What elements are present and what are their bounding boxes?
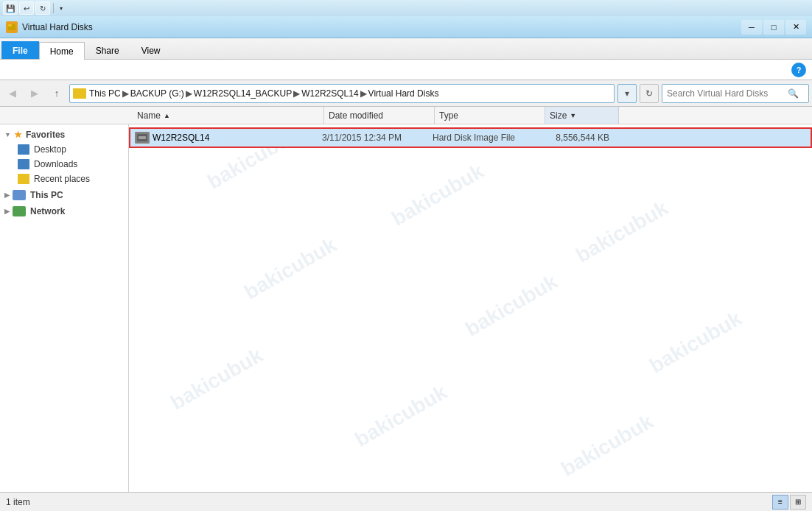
ribbon: File Home Share View: [0, 38, 812, 60]
thispc-arrow-icon: ▶: [4, 191, 10, 199]
breadcrumb-w12backup[interactable]: W12R2SQL14_BACKUP: [194, 88, 292, 99]
pc-icon: [13, 190, 26, 200]
network-icon: [13, 206, 26, 216]
file-name-cell: W12R2SQL14: [135, 132, 322, 144]
star-icon: ★: [14, 130, 22, 140]
breadcrumb-sep-1: ▶: [122, 88, 129, 99]
file-size: 8,556,544 KB: [543, 133, 617, 143]
watermark-7: bakicubuk: [167, 344, 267, 415]
address-bar-area: ◀ ▶ ↑ This PC ▶ BACKUP (G:) ▶ W12R2SQL14…: [0, 80, 812, 107]
sidebar-favorites-header[interactable]: ▼ ★ Favorites: [0, 127, 128, 142]
watermark-container: bakicubuk bakicubuk bakicubuk bakicubuk …: [129, 124, 812, 509]
breadcrumb-this-pc[interactable]: This PC: [89, 88, 121, 99]
sidebar-network-header[interactable]: ▶ Network: [0, 204, 128, 219]
watermark-4: bakicubuk: [240, 233, 340, 305]
sort-arrow-name: ▲: [164, 112, 170, 119]
large-icon-view-button[interactable]: ⊞: [790, 495, 806, 510]
forward-button[interactable]: ▶: [25, 84, 44, 103]
breadcrumb-vhd[interactable]: Virtual Hard Disks: [368, 88, 439, 99]
status-item-count: 1 item: [6, 497, 30, 507]
window-title: Virtual Hard Disks: [22, 22, 93, 32]
breadcrumb-sep-4: ▶: [360, 88, 367, 99]
col-name[interactable]: Name ▲: [133, 107, 324, 124]
title-bar: Virtual Hard Disks ─ □ ✕: [0, 16, 812, 38]
file-type: Hard Disk Image File: [433, 133, 543, 143]
window-controls: ─ □ ✕: [741, 20, 806, 35]
svg-rect-4: [139, 136, 146, 139]
redo-button[interactable]: ↻: [35, 1, 50, 15]
help-button[interactable]: ?: [791, 63, 806, 77]
close-button[interactable]: ✕: [785, 20, 806, 35]
sidebar-item-downloads[interactable]: Downloads: [0, 157, 128, 172]
folder-icon: [73, 88, 86, 99]
breadcrumb: This PC ▶ BACKUP (G:) ▶ W12R2SQL14_BACKU…: [89, 88, 611, 99]
desktop-folder-icon: [18, 144, 29, 155]
title-bar-left: Virtual Hard Disks: [6, 21, 93, 33]
address-bar[interactable]: This PC ▶ BACKUP (G:) ▶ W12R2SQL14_BACKU…: [69, 84, 615, 103]
main-layout: ▼ ★ Favorites Desktop Downloads Recent p…: [0, 124, 812, 509]
breadcrumb-sep-2: ▶: [186, 88, 192, 99]
minimize-button[interactable]: ─: [741, 20, 762, 35]
up-button[interactable]: ↑: [47, 84, 66, 103]
sidebar-thispc-header[interactable]: ▶ This PC: [0, 188, 128, 202]
col-size[interactable]: Size ▼: [545, 107, 619, 124]
undo-button[interactable]: ↩: [19, 1, 34, 15]
status-bar: 1 item ≡ ⊞: [0, 492, 812, 511]
col-date-modified[interactable]: Date modified: [324, 107, 435, 124]
watermark-2: bakicubuk: [388, 160, 488, 231]
table-row[interactable]: W12R2SQL14 3/11/2015 12:34 PM Hard Disk …: [129, 127, 812, 148]
file-list: W12R2SQL14 3/11/2015 12:34 PM Hard Disk …: [129, 124, 812, 151]
content-area: bakicubuk bakicubuk bakicubuk bakicubuk …: [129, 124, 812, 509]
toolbar-separator: [53, 3, 54, 13]
favorites-arrow-icon: ▼: [4, 131, 11, 138]
vhd-file-icon: [135, 132, 150, 144]
search-input[interactable]: [667, 88, 785, 99]
watermark-9: bakicubuk: [557, 410, 657, 482]
watermark-5: bakicubuk: [461, 270, 561, 342]
tab-share[interactable]: Share: [85, 41, 130, 59]
downloads-folder-icon: [18, 159, 29, 169]
detail-view-button[interactable]: ≡: [772, 495, 788, 510]
file-name: W12R2SQL14: [153, 133, 209, 143]
search-box: 🔍: [662, 84, 809, 103]
quick-access-dropdown[interactable]: ▾: [57, 1, 66, 15]
sidebar: ▼ ★ Favorites Desktop Downloads Recent p…: [0, 124, 129, 509]
sidebar-item-desktop[interactable]: Desktop: [0, 142, 128, 157]
tab-home[interactable]: Home: [39, 42, 85, 60]
sidebar-item-recent[interactable]: Recent places: [0, 172, 128, 186]
svg-rect-1: [8, 24, 12, 27]
search-icon[interactable]: 🔍: [788, 88, 799, 99]
sidebar-favorites-section: ▼ ★ Favorites Desktop Downloads Recent p…: [0, 127, 128, 186]
refresh-button[interactable]: ↻: [640, 84, 659, 103]
tab-view[interactable]: View: [130, 41, 172, 59]
sidebar-network-section: ▶ Network: [0, 204, 128, 219]
recent-folder-icon: [18, 174, 29, 184]
breadcrumb-sep-3: ▶: [293, 88, 300, 99]
sort-arrow-size: ▼: [570, 112, 576, 119]
tab-file[interactable]: File: [1, 41, 39, 59]
ribbon-content: ?: [0, 60, 812, 80]
col-type[interactable]: Type: [435, 107, 545, 124]
quick-access-toolbar: 💾 ↩ ↻ ▾: [0, 0, 812, 16]
watermark-6: bakicubuk: [645, 307, 746, 378]
view-buttons: ≡ ⊞: [772, 495, 806, 510]
ribbon-tabs: File Home Share View: [0, 38, 812, 59]
breadcrumb-w12[interactable]: W12R2SQL14: [301, 88, 358, 99]
watermark-8: bakicubuk: [351, 381, 451, 452]
file-date: 3/11/2015 12:34 PM: [322, 133, 433, 143]
column-headers: Name ▲ Date modified Type Size ▼: [0, 107, 812, 124]
address-dropdown-button[interactable]: ▾: [617, 84, 637, 103]
save-button[interactable]: 💾: [3, 1, 18, 15]
watermark-3: bakicubuk: [572, 197, 672, 268]
back-button[interactable]: ◀: [3, 84, 22, 103]
app-icon: [6, 21, 18, 33]
network-arrow-icon: ▶: [4, 208, 10, 215]
breadcrumb-backup[interactable]: BACKUP (G:): [130, 88, 184, 99]
maximize-button[interactable]: □: [763, 20, 784, 35]
sidebar-thispc-section: ▶ This PC: [0, 188, 128, 202]
